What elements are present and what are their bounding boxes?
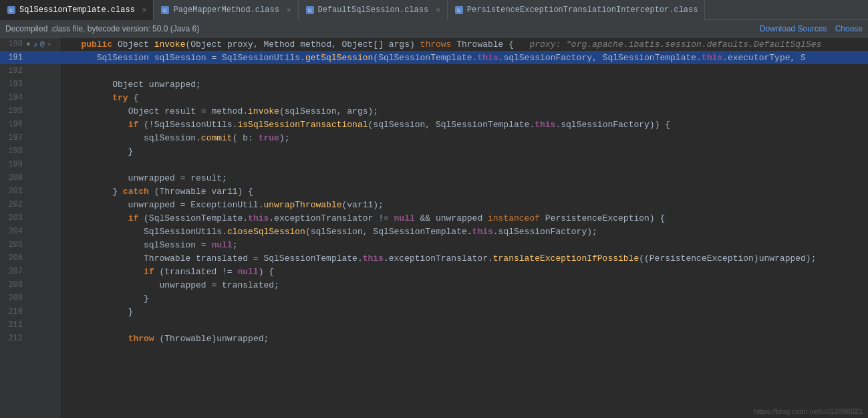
line-num-202: 202 <box>3 200 23 209</box>
code-line-199 <box>60 158 868 171</box>
download-sources-link[interactable]: Download Sources <box>760 24 827 33</box>
code-content[interactable]: public Object invoke(Object proxy, Metho… <box>60 37 868 418</box>
code-line-202: unwrapped = ExceptionUtil.unwrapThrowabl… <box>60 198 868 211</box>
line-num-196: 196 <box>3 120 23 129</box>
tab-close-1[interactable]: ✕ <box>142 5 147 14</box>
tab-sqlsessiontemplate[interactable]: C SqlSessionTemplate.class ✕ <box>0 0 154 20</box>
line-number-gutter: 190 ● ↗ @ ▾ 191 192 193 194 195 <box>0 37 60 418</box>
code-line-content-210: } <box>60 307 133 317</box>
code-line-200: unwrapped = result; <box>60 171 868 185</box>
gutter-row-211: 211 <box>0 318 59 332</box>
gutter-row-206: 206 <box>0 251 59 265</box>
tab-close-3[interactable]: ✕ <box>436 5 440 14</box>
code-line-209: } <box>60 292 868 305</box>
line-num-190: 190 <box>3 39 23 49</box>
gutter-row-208: 208 <box>0 278 59 292</box>
line-num-191: 191 <box>3 53 23 62</box>
line-num-211: 211 <box>3 320 23 330</box>
gutter-row-209: 209 <box>0 292 59 305</box>
line-num-198: 198 <box>3 146 23 156</box>
code-line-content-199 <box>60 160 71 170</box>
gutter-row-203: 203 <box>0 211 59 225</box>
breakpoint-icon-190: ● <box>25 40 31 48</box>
tab-close-2[interactable]: ✕ <box>287 5 291 14</box>
code-line-content-203: if (SqlSessionTemplate.this.exceptionTra… <box>60 213 665 223</box>
tab-label-4: PersistenceExceptionTranslationIntercept… <box>467 5 698 15</box>
gutter-icons-190: ● ↗ @ ▾ <box>25 40 52 49</box>
line-num-212: 212 <box>3 334 23 343</box>
line-num-210: 210 <box>3 307 23 316</box>
gutter-row-192: 192 <box>0 64 59 78</box>
line-num-206: 206 <box>3 253 23 263</box>
code-line-content-209: } <box>60 294 149 304</box>
code-line-content-198: } <box>60 146 133 156</box>
line-num-201: 201 <box>3 187 23 196</box>
code-line-content-200: unwrapped = result; <box>60 173 227 183</box>
code-line-201: } catch (Throwable var11) { <box>60 185 868 198</box>
tab-bar: C SqlSessionTemplate.class ✕ C PageMappe… <box>0 0 868 20</box>
line-num-200: 200 <box>3 173 23 183</box>
gutter-row-210: 210 <box>0 305 59 318</box>
tab-label-3: DefaultSqlSession.class <box>318 5 429 15</box>
gutter-row-204: 204 <box>0 225 59 238</box>
line-num-199: 199 <box>3 160 23 169</box>
code-line-192 <box>60 64 868 78</box>
code-line-208: unwrapped = translated; <box>60 278 868 292</box>
gutter-row-201: 201 <box>0 185 59 198</box>
code-line-193: Object unwrapped; <box>60 78 868 91</box>
tab-icon-2: C <box>160 5 170 15</box>
code-line-content-194: try { <box>60 93 138 103</box>
code-line-203: if (SqlSessionTemplate.this.exceptionTra… <box>60 211 868 225</box>
line-num-204: 204 <box>3 227 23 236</box>
line-num-208: 208 <box>3 280 23 290</box>
line-num-197: 197 <box>3 133 23 142</box>
code-line-197: sqlSession.commit( b: true); <box>60 131 868 144</box>
code-line-content-208: unwrapped = translated; <box>60 280 279 290</box>
line-num-203: 203 <box>3 213 23 223</box>
gutter-row-194: 194 <box>0 91 59 104</box>
code-line-content-190: public Object invoke(Object proxy, Metho… <box>60 39 821 49</box>
code-line-content-212: throw (Throwable)unwrapped; <box>60 334 269 344</box>
gutter-row-196: 196 <box>0 118 59 131</box>
gutter-row-205: 205 <box>0 238 59 251</box>
code-line-content-196: if (!SqlSessionUtils.isSqlSessionTransac… <box>60 120 670 130</box>
choose-link[interactable]: Choose <box>835 24 863 33</box>
code-line-211 <box>60 318 868 332</box>
code-line-content-207: if (translated != null) { <box>60 267 274 277</box>
code-line-195: Object result = method.invoke(sqlSession… <box>60 104 868 118</box>
line-num-195: 195 <box>3 106 23 116</box>
fold-icon-190: ▾ <box>47 40 53 49</box>
code-line-content-201: } catch (Throwable var11) { <box>60 187 253 197</box>
tab-persistenceexception[interactable]: C PersistenceExceptionTranslationInterce… <box>448 0 706 20</box>
navigate-icon-190: ↗ <box>33 40 39 49</box>
tab-label-2: PageMapperMethod.class <box>173 5 279 15</box>
line-num-192: 192 <box>3 66 23 76</box>
info-actions: Download Sources Choose <box>760 24 863 33</box>
tab-icon-3: C <box>305 5 315 15</box>
code-line-content-202: unwrapped = ExceptionUtil.unwrapThrowabl… <box>60 200 384 210</box>
line-num-209: 209 <box>3 294 23 303</box>
code-line-content-195: Object result = method.invoke(sqlSession… <box>60 106 378 116</box>
decompile-info: Decompiled .class file, bytecode version… <box>5 24 199 33</box>
code-line-212: throw (Throwable)unwrapped; <box>60 332 868 345</box>
code-area: 190 ● ↗ @ ▾ 191 192 193 194 195 <box>0 37 868 418</box>
annotation-icon-190: @ <box>39 40 45 48</box>
tab-defaultsqlsession[interactable]: C DefaultSqlSession.class ✕ <box>299 0 448 20</box>
gutter-row-198: 198 <box>0 144 59 158</box>
code-line-198: } <box>60 144 868 158</box>
tab-icon-4: C <box>454 5 464 15</box>
tab-pagemappermethod[interactable]: C PageMapperMethod.class ✕ <box>154 0 298 20</box>
code-line-content-193: Object unwrapped; <box>60 80 201 90</box>
code-line-content-211 <box>60 320 71 330</box>
code-line-content-206: Throwable translated = SqlSessionTemplat… <box>60 253 816 264</box>
code-line-207: if (translated != null) { <box>60 265 868 278</box>
gutter-row-212: 212 <box>0 332 59 345</box>
code-line-205: sqlSession = null; <box>60 238 868 251</box>
gutter-row-193: 193 <box>0 78 59 91</box>
code-line-204: SqlSessionUtils.closeSqlSession(sqlSessi… <box>60 225 868 238</box>
svg-text:C: C <box>164 7 168 13</box>
code-line-content-197: sqlSession.commit( b: true); <box>60 133 290 143</box>
code-line-190: public Object invoke(Object proxy, Metho… <box>60 37 868 51</box>
gutter-row-200: 200 <box>0 171 59 185</box>
code-line-content-192 <box>60 66 71 76</box>
